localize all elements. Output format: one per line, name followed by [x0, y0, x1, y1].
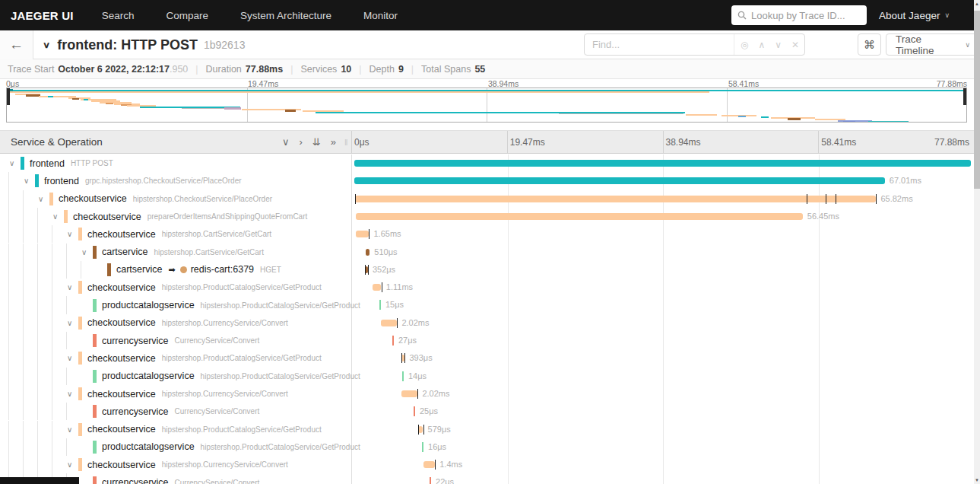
span-gantt-cell[interactable]: 510μs — [351, 244, 974, 261]
service-name[interactable]: checkoutservice — [87, 353, 156, 364]
nav-item-system-architecture[interactable]: System Architecture — [224, 10, 347, 21]
service-name[interactable]: currencyservice — [102, 477, 169, 484]
span-duration-bar[interactable] — [392, 336, 394, 345]
span-duration-bar[interactable] — [430, 477, 431, 484]
collapse-row-chevron-icon[interactable]: ∨ — [67, 460, 78, 469]
collapse-row-chevron-icon[interactable]: ∨ — [81, 248, 93, 256]
focus-target-icon[interactable]: ◎ — [741, 40, 748, 50]
span-gantt-cell[interactable]: 2.02ms — [351, 385, 974, 403]
span-tree-cell[interactable]: currencyserviceCurrencyService/Convert — [0, 332, 351, 349]
minimap-right-drag-handle[interactable] — [963, 88, 966, 105]
span-gantt-cell[interactable]: 1.4ms — [351, 456, 974, 473]
find-input[interactable] — [585, 39, 734, 50]
span-tree-cell[interactable]: ∨cartservicehipstershop.CartService/GetC… — [0, 244, 351, 261]
nav-item-search[interactable]: Search — [86, 10, 151, 21]
span-duration-bar[interactable] — [366, 249, 369, 256]
span-tree-cell[interactable]: productcatalogservicehipstershop.Product… — [0, 368, 351, 385]
nav-item-compare[interactable]: Compare — [150, 10, 224, 21]
service-name[interactable]: currencyservice — [102, 406, 169, 417]
service-name[interactable]: checkoutservice — [87, 317, 156, 328]
span-duration-bar[interactable] — [402, 371, 404, 381]
collapse-row-chevron-icon[interactable]: ∨ — [24, 177, 35, 185]
span-gantt-cell[interactable]: 393μs — [351, 349, 974, 367]
collapse-row-chevron-icon[interactable]: ∨ — [38, 195, 49, 203]
about-jaeger-menu[interactable]: About Jaeger ∨ — [879, 0, 950, 30]
service-name[interactable]: checkoutservice — [87, 389, 156, 400]
span-gantt-cell[interactable]: 22μs — [351, 473, 974, 484]
span-tree-cell[interactable]: currencyserviceCurrencyService/Convert — [0, 403, 351, 420]
span-gantt-cell[interactable]: 14μs — [351, 368, 974, 385]
span-tree-cell[interactable]: ∨checkoutservicehipstershop.CheckoutServ… — [0, 190, 351, 208]
service-name[interactable]: checkoutservice — [59, 193, 127, 204]
scroll-down-arrow-icon[interactable]: ▼ — [974, 476, 980, 484]
service-name[interactable]: productcatalogservice — [102, 371, 195, 381]
prev-match-icon[interactable]: ∧ — [758, 40, 765, 50]
span-duration-bar[interactable] — [355, 196, 876, 202]
peer-service-name[interactable]: redis-cart:6379 — [191, 264, 254, 275]
trace-lookup-input[interactable] — [751, 10, 850, 21]
clear-search-icon[interactable]: ✕ — [791, 40, 799, 50]
span-gantt-cell[interactable]: 67.01ms — [351, 172, 974, 189]
span-gantt-cell[interactable]: 1.65ms — [351, 225, 974, 243]
keyboard-shortcuts-button[interactable]: ⌘ — [858, 33, 881, 56]
span-tree-cell[interactable]: ∨checkoutservicehipstershop.CurrencyServ… — [0, 314, 351, 332]
span-tree-cell[interactable]: ∨checkoutservicehipstershop.CurrencyServ… — [0, 456, 351, 473]
nav-item-monitor[interactable]: Monitor — [347, 10, 414, 21]
service-name[interactable]: checkoutservice — [87, 282, 156, 293]
column-resizer-handle[interactable]: ‖ — [344, 138, 348, 147]
vertical-scrollbar[interactable]: ▲ ▼ — [974, 0, 980, 484]
collapse-one-icon[interactable]: ∨ — [282, 137, 290, 147]
collapse-row-chevron-icon[interactable]: ∨ — [67, 283, 78, 291]
span-duration-bar[interactable] — [414, 406, 415, 416]
back-button[interactable]: ← — [0, 30, 33, 59]
minimap-left-drag-handle[interactable] — [7, 88, 10, 105]
span-duration-bar[interactable] — [356, 213, 803, 220]
collapse-row-chevron-icon[interactable]: ∨ — [67, 319, 78, 327]
span-gantt-cell[interactable]: 25μs — [351, 403, 974, 420]
collapse-row-chevron-icon[interactable]: ∨ — [52, 212, 64, 221]
trace-lookup-box[interactable] — [731, 5, 867, 25]
collapse-row-chevron-icon[interactable]: ∨ — [9, 159, 21, 167]
span-tree-cell[interactable]: ∨checkoutservicehipstershop.CartService/… — [0, 225, 351, 243]
service-name[interactable]: cartservice — [102, 247, 147, 257]
span-duration-bar[interactable] — [379, 300, 381, 310]
span-tree-cell[interactable]: cartservice➡redis-cart:6379HGET — [0, 261, 351, 279]
service-name[interactable]: checkoutservice — [87, 424, 156, 435]
collapse-row-chevron-icon[interactable]: ∨ — [67, 230, 78, 238]
next-match-icon[interactable]: ∨ — [775, 40, 782, 50]
span-duration-bar[interactable] — [423, 461, 435, 468]
expand-one-icon[interactable]: › — [300, 137, 303, 147]
span-gantt-cell[interactable]: 2.02ms — [351, 314, 974, 332]
span-tree-cell[interactable]: ∨checkoutservicehipstershop.CurrencyServ… — [0, 385, 351, 403]
service-name[interactable]: productcatalogservice — [102, 441, 195, 452]
span-tree-cell[interactable]: productcatalogservicehipstershop.Product… — [0, 296, 351, 314]
span-gantt-cell[interactable]: 579μs — [351, 421, 974, 438]
trace-view-selector[interactable]: Trace Timeline ∨ — [886, 33, 980, 56]
service-name[interactable]: frontend — [30, 158, 65, 169]
span-tree-cell[interactable]: ∨checkoutservicehipstershop.ProductCatal… — [0, 279, 351, 296]
span-gantt-cell[interactable]: 27μs — [351, 332, 974, 349]
collapse-row-chevron-icon[interactable]: ∨ — [67, 354, 78, 362]
span-tree-cell[interactable]: ∨frontendHTTP POST — [0, 154, 351, 172]
scroll-up-arrow-icon[interactable]: ▲ — [974, 0, 980, 8]
service-name[interactable]: cartservice — [116, 264, 162, 275]
service-name[interactable]: frontend — [44, 176, 79, 186]
trace-minimap[interactable] — [6, 88, 967, 123]
span-gantt-cell[interactable]: 352μs — [351, 261, 974, 279]
span-tree-cell[interactable]: ∨checkoutserviceprepareOrderItemsAndShip… — [0, 208, 351, 225]
span-gantt-cell[interactable]: 65.82ms — [351, 190, 974, 208]
collapse-all-icon[interactable]: ⇊ — [312, 137, 321, 147]
span-gantt-cell[interactable] — [351, 154, 974, 172]
scrollbar-thumb[interactable] — [974, 11, 980, 189]
span-duration-bar[interactable] — [373, 284, 382, 291]
collapse-row-chevron-icon[interactable]: ∨ — [67, 390, 78, 398]
span-duration-bar[interactable] — [356, 231, 369, 237]
span-duration-bar[interactable] — [381, 320, 397, 326]
span-tree-cell[interactable]: ∨frontendgrpc.hipstershop.CheckoutServic… — [0, 172, 351, 189]
span-tree-cell[interactable]: productcatalogservicehipstershop.Product… — [0, 438, 351, 456]
span-duration-bar[interactable] — [354, 160, 971, 167]
collapse-trace-caret-icon[interactable]: ∨ — [43, 40, 50, 50]
span-duration-bar[interactable] — [422, 442, 423, 452]
span-duration-bar[interactable] — [401, 390, 417, 397]
service-name[interactable]: currencyservice — [102, 336, 169, 346]
